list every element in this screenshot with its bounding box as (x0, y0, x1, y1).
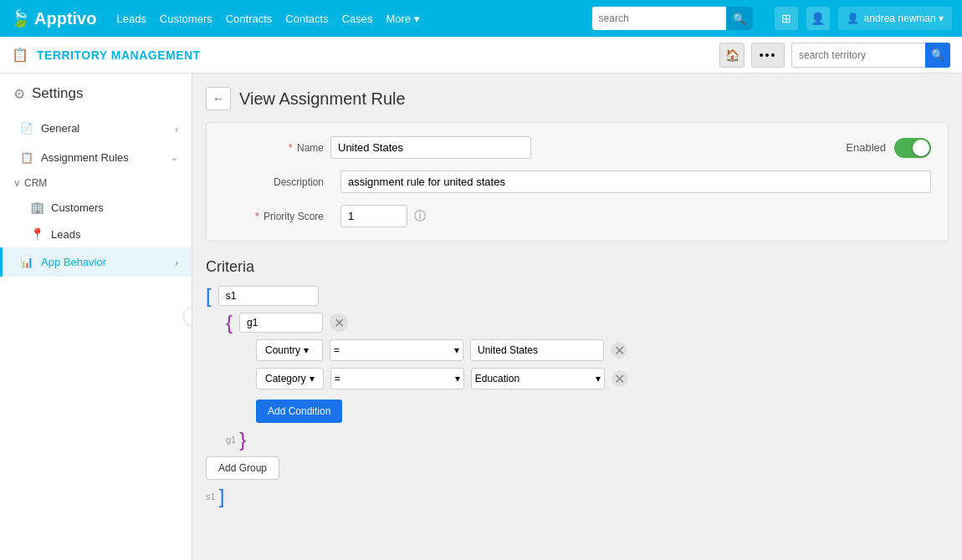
description-input[interactable] (340, 171, 931, 193)
country-field-dropdown[interactable]: Country ▾ (256, 339, 323, 361)
territory-title: TERRITORY MANAGEMENT (37, 48, 711, 62)
info-icon[interactable]: ⓘ (414, 209, 426, 224)
enabled-label: Enabled (846, 141, 886, 154)
add-condition-button[interactable]: Add Condition (256, 400, 342, 423)
priority-input[interactable] (340, 205, 407, 227)
enabled-toggle[interactable] (894, 138, 931, 158)
s1-close-row: s1 ] (206, 486, 949, 507)
grid-icon-button[interactable]: ⊞ (775, 7, 798, 30)
s1-input[interactable] (218, 286, 319, 306)
page-header: ← View Assignment Rule (206, 87, 949, 110)
remove-g1-button[interactable]: ✕ (330, 313, 348, 332)
settings-label: Settings (32, 85, 83, 102)
nav-customers[interactable]: Customers (160, 13, 212, 25)
home-button[interactable]: 🏠 (719, 43, 745, 68)
assignment-rules-icon: 📋 (19, 152, 34, 164)
crm-label: CRM (24, 177, 47, 189)
crm-collapse-icon: ∨ (13, 177, 21, 189)
g1-row: { ✕ (226, 313, 949, 333)
more-options-button[interactable]: ••• (751, 43, 785, 68)
category-operator-select[interactable]: = ▾ (330, 368, 464, 389)
global-search-input[interactable] (592, 13, 726, 24)
s1-open-row: [ (206, 286, 949, 306)
gear-icon: ⚙ (13, 86, 25, 102)
main-content: ← View Assignment Rule * Name Enabled (192, 74, 962, 560)
condition-row-country: Country ▾ = ▾ ✕ (256, 339, 949, 361)
territory-search-input[interactable] (791, 43, 925, 68)
condition-row-category: Category ▾ = ▾ Education ▾ ✕ (256, 368, 949, 389)
sub-header: 📋 TERRITORY MANAGEMENT 🏠 ••• 🔍 (0, 37, 962, 74)
description-row: Description (223, 171, 931, 193)
category-value-arrow-icon: ▾ (596, 373, 601, 384)
remove-condition-category-button[interactable]: ✕ (611, 370, 628, 387)
crm-section: ∨ CRM (0, 172, 192, 194)
nav-more[interactable]: More ▾ (386, 13, 420, 25)
app-logo[interactable]: 🍃 Apptivo (10, 8, 96, 28)
app-behavior-icon: 📊 (19, 257, 34, 268)
name-enabled-row: * Name Enabled (223, 136, 931, 159)
logo-leaf-icon: 🍃 (10, 8, 31, 28)
add-group-button[interactable]: Add Group (206, 456, 279, 480)
top-navigation: 🍃 Apptivo Leads Customers Contracts Cont… (0, 0, 962, 37)
s1-close-bracket: ] (219, 486, 225, 507)
category-value-select[interactable]: Education ▾ (471, 368, 605, 389)
dropdown-arrow-icon: ▾ (304, 344, 309, 356)
category-field-label: Category (265, 373, 306, 384)
enabled-section: Enabled (846, 138, 931, 158)
country-value-input[interactable] (470, 339, 604, 361)
priority-section: ⓘ (340, 205, 426, 227)
priority-row: * Priority Score ⓘ (223, 205, 931, 227)
country-operator-select[interactable]: = ▾ (330, 339, 463, 361)
operator-arrow-icon: ▾ (454, 344, 459, 356)
global-search-button[interactable]: 🔍 (726, 7, 753, 30)
user-icon-button[interactable]: 👤 (806, 7, 830, 30)
nav-contracts[interactable]: Contracts (226, 13, 273, 25)
user-avatar-icon: 👤 (847, 13, 859, 24)
sidebar-item-customers[interactable]: 🏢 Customers (0, 194, 192, 221)
category-value-label: Education (475, 373, 519, 384)
country-operator-value: = (334, 344, 340, 356)
s1-open-bracket: [ (206, 286, 212, 306)
remove-condition-country-button[interactable]: ✕ (611, 342, 627, 359)
sidebar-leads-label: Leads (51, 228, 80, 241)
name-label: * Name (223, 142, 324, 154)
s1-close-label: s1 (206, 491, 216, 501)
page-title: View Assignment Rule (239, 89, 406, 109)
sidebar-collapse-button[interactable]: ‹ (183, 307, 192, 327)
category-operator-arrow-icon: ▾ (455, 373, 460, 384)
category-field-dropdown[interactable]: Category ▾ (256, 368, 324, 389)
global-search: 🔍 (592, 7, 753, 30)
app-name: Apptivo (34, 9, 96, 28)
territory-search-button[interactable]: 🔍 (925, 43, 950, 68)
nav-cases[interactable]: Cases (342, 13, 373, 25)
sidebar-assignment-rules-label: Assignment Rules (41, 151, 164, 164)
sidebar: ⚙ Settings 📄 General › 📋 Assignment Rule… (0, 74, 192, 560)
user-name: andrea newman ▾ (864, 13, 944, 24)
settings-header: ⚙ Settings (0, 74, 192, 114)
chevron-right-icon: › (175, 124, 178, 134)
main-layout: ⚙ Settings 📄 General › 📋 Assignment Rule… (0, 74, 962, 560)
back-button[interactable]: ← (206, 87, 231, 110)
g1-close-row: g1 } (226, 430, 949, 450)
user-menu-button[interactable]: 👤 andrea newman ▾ (838, 7, 952, 30)
criteria-section: Criteria [ { ✕ Country ▾ = ▾ (206, 258, 949, 507)
sidebar-item-app-behavior[interactable]: 📊 App Behavior › (0, 247, 192, 277)
name-input[interactable] (330, 136, 531, 159)
chevron-down-icon: ⌄ (171, 152, 178, 163)
nav-contacts[interactable]: Contacts (285, 13, 328, 25)
customers-icon: 🏢 (30, 201, 44, 214)
general-icon: 📄 (19, 123, 34, 135)
sidebar-item-leads[interactable]: 📍 Leads (0, 221, 192, 247)
g1-input[interactable] (239, 313, 323, 333)
territory-icon: 📋 (12, 47, 28, 63)
criteria-title: Criteria (206, 258, 949, 276)
category-operator-value: = (335, 373, 340, 384)
country-field-label: Country (265, 344, 300, 356)
sidebar-general-label: General (41, 122, 168, 135)
sidebar-item-general[interactable]: 📄 General › (0, 114, 192, 143)
g1-close-brace: } (239, 430, 246, 450)
app-behavior-chevron-icon: › (175, 257, 178, 267)
nav-leads[interactable]: Leads (116, 13, 146, 25)
sidebar-item-assignment-rules[interactable]: 📋 Assignment Rules ⌄ (0, 143, 192, 172)
territory-search: 🔍 (791, 43, 950, 68)
